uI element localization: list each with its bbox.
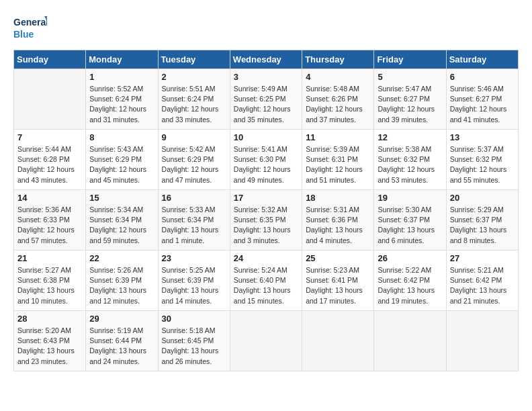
day-number: 21 xyxy=(17,253,82,263)
calendar-day-cell: 9Sunrise: 5:42 AM Sunset: 6:29 PM Daylig… xyxy=(158,130,230,190)
day-number: 19 xyxy=(378,193,442,203)
day-number: 29 xyxy=(89,314,154,324)
calendar-day-cell: 4Sunrise: 5:48 AM Sunset: 6:26 PM Daylig… xyxy=(302,69,374,130)
calendar-week-row: 28Sunrise: 5:20 AM Sunset: 6:43 PM Dayli… xyxy=(14,311,519,371)
day-number: 8 xyxy=(89,132,154,142)
day-info: Sunrise: 5:38 AM Sunset: 6:32 PM Dayligh… xyxy=(378,144,442,185)
day-info: Sunrise: 5:42 AM Sunset: 6:29 PM Dayligh… xyxy=(162,144,226,185)
day-info: Sunrise: 5:47 AM Sunset: 6:27 PM Dayligh… xyxy=(378,84,442,125)
calendar-day-cell: 28Sunrise: 5:20 AM Sunset: 6:43 PM Dayli… xyxy=(14,311,86,371)
day-number: 9 xyxy=(162,132,226,142)
day-info: Sunrise: 5:19 AM Sunset: 6:44 PM Dayligh… xyxy=(89,326,154,367)
calendar-day-cell: 17Sunrise: 5:32 AM Sunset: 6:35 PM Dayli… xyxy=(230,190,302,250)
calendar-day-cell: 25Sunrise: 5:23 AM Sunset: 6:41 PM Dayli… xyxy=(302,250,374,311)
calendar-week-row: 21Sunrise: 5:27 AM Sunset: 6:38 PM Dayli… xyxy=(14,250,519,311)
calendar-week-row: 7Sunrise: 5:44 AM Sunset: 6:28 PM Daylig… xyxy=(14,130,519,190)
day-number: 1 xyxy=(89,72,154,82)
weekday-header-cell: Wednesday xyxy=(230,50,302,69)
weekday-header-cell: Monday xyxy=(86,50,158,69)
day-number: 15 xyxy=(89,193,154,203)
calendar-day-cell: 12Sunrise: 5:38 AM Sunset: 6:32 PM Dayli… xyxy=(374,130,446,190)
calendar-day-cell: 18Sunrise: 5:31 AM Sunset: 6:36 PM Dayli… xyxy=(302,190,374,250)
calendar-day-cell: 2Sunrise: 5:51 AM Sunset: 6:24 PM Daylig… xyxy=(158,69,230,130)
calendar-body: 1Sunrise: 5:52 AM Sunset: 6:24 PM Daylig… xyxy=(14,69,519,371)
day-number: 24 xyxy=(234,253,298,263)
logo-svg: General Blue xyxy=(13,13,47,43)
day-number: 17 xyxy=(234,193,298,203)
day-number: 5 xyxy=(378,72,442,82)
day-number: 2 xyxy=(162,72,226,82)
calendar-day-cell: 19Sunrise: 5:30 AM Sunset: 6:37 PM Dayli… xyxy=(374,190,446,250)
day-info: Sunrise: 5:24 AM Sunset: 6:40 PM Dayligh… xyxy=(234,265,298,306)
weekday-header-row: SundayMondayTuesdayWednesdayThursdayFrid… xyxy=(14,50,519,69)
day-info: Sunrise: 5:18 AM Sunset: 6:45 PM Dayligh… xyxy=(162,326,226,367)
weekday-header-cell: Tuesday xyxy=(158,50,230,69)
svg-text:General: General xyxy=(13,17,47,28)
day-info: Sunrise: 5:37 AM Sunset: 6:32 PM Dayligh… xyxy=(450,144,515,185)
calendar-day-cell: 27Sunrise: 5:21 AM Sunset: 6:42 PM Dayli… xyxy=(446,250,518,311)
calendar-day-cell: 24Sunrise: 5:24 AM Sunset: 6:40 PM Dayli… xyxy=(230,250,302,311)
day-number: 11 xyxy=(306,132,370,142)
calendar-day-cell: 22Sunrise: 5:26 AM Sunset: 6:39 PM Dayli… xyxy=(86,250,158,311)
weekday-header-cell: Saturday xyxy=(446,50,518,69)
day-info: Sunrise: 5:48 AM Sunset: 6:26 PM Dayligh… xyxy=(306,84,370,125)
day-number: 27 xyxy=(450,253,515,263)
day-number: 3 xyxy=(234,72,298,82)
day-number: 12 xyxy=(378,132,442,142)
day-info: Sunrise: 5:33 AM Sunset: 6:34 PM Dayligh… xyxy=(162,205,226,246)
day-number: 16 xyxy=(162,193,226,203)
calendar-day-cell: 1Sunrise: 5:52 AM Sunset: 6:24 PM Daylig… xyxy=(86,69,158,130)
day-info: Sunrise: 5:51 AM Sunset: 6:24 PM Dayligh… xyxy=(162,84,226,125)
calendar-day-cell: 13Sunrise: 5:37 AM Sunset: 6:32 PM Dayli… xyxy=(446,130,518,190)
day-info: Sunrise: 5:46 AM Sunset: 6:27 PM Dayligh… xyxy=(450,84,515,125)
day-info: Sunrise: 5:23 AM Sunset: 6:41 PM Dayligh… xyxy=(306,265,370,306)
day-info: Sunrise: 5:43 AM Sunset: 6:29 PM Dayligh… xyxy=(89,144,154,185)
day-info: Sunrise: 5:52 AM Sunset: 6:24 PM Dayligh… xyxy=(89,84,154,125)
calendar-day-cell: 29Sunrise: 5:19 AM Sunset: 6:44 PM Dayli… xyxy=(86,311,158,371)
day-number: 18 xyxy=(306,193,370,203)
day-info: Sunrise: 5:31 AM Sunset: 6:36 PM Dayligh… xyxy=(306,205,370,246)
calendar-day-cell: 21Sunrise: 5:27 AM Sunset: 6:38 PM Dayli… xyxy=(14,250,86,311)
day-number: 4 xyxy=(306,72,370,82)
calendar-day-cell: 14Sunrise: 5:36 AM Sunset: 6:33 PM Dayli… xyxy=(14,190,86,250)
day-number: 26 xyxy=(378,253,442,263)
calendar-day-cell xyxy=(230,311,302,371)
day-number: 22 xyxy=(89,253,154,263)
calendar-table: SundayMondayTuesdayWednesdayThursdayFrid… xyxy=(13,50,519,371)
day-info: Sunrise: 5:21 AM Sunset: 6:42 PM Dayligh… xyxy=(450,265,515,306)
calendar-day-cell xyxy=(446,311,518,371)
weekday-header-cell: Thursday xyxy=(302,50,374,69)
calendar-day-cell: 15Sunrise: 5:34 AM Sunset: 6:34 PM Dayli… xyxy=(86,190,158,250)
calendar-day-cell: 11Sunrise: 5:39 AM Sunset: 6:31 PM Dayli… xyxy=(302,130,374,190)
day-info: Sunrise: 5:26 AM Sunset: 6:39 PM Dayligh… xyxy=(89,265,154,306)
day-info: Sunrise: 5:20 AM Sunset: 6:43 PM Dayligh… xyxy=(17,326,82,367)
day-number: 30 xyxy=(162,314,226,324)
calendar-day-cell: 20Sunrise: 5:29 AM Sunset: 6:37 PM Dayli… xyxy=(446,190,518,250)
day-info: Sunrise: 5:44 AM Sunset: 6:28 PM Dayligh… xyxy=(17,144,82,185)
page-header: General Blue xyxy=(13,13,519,43)
calendar-day-cell: 5Sunrise: 5:47 AM Sunset: 6:27 PM Daylig… xyxy=(374,69,446,130)
calendar-day-cell: 23Sunrise: 5:25 AM Sunset: 6:39 PM Dayli… xyxy=(158,250,230,311)
logo: General Blue xyxy=(13,13,47,43)
day-info: Sunrise: 5:30 AM Sunset: 6:37 PM Dayligh… xyxy=(378,205,442,246)
day-info: Sunrise: 5:29 AM Sunset: 6:37 PM Dayligh… xyxy=(450,205,515,246)
weekday-header-cell: Friday xyxy=(374,50,446,69)
day-info: Sunrise: 5:49 AM Sunset: 6:25 PM Dayligh… xyxy=(234,84,298,125)
calendar-day-cell: 16Sunrise: 5:33 AM Sunset: 6:34 PM Dayli… xyxy=(158,190,230,250)
calendar-day-cell: 6Sunrise: 5:46 AM Sunset: 6:27 PM Daylig… xyxy=(446,69,518,130)
day-number: 7 xyxy=(17,132,82,142)
calendar-week-row: 1Sunrise: 5:52 AM Sunset: 6:24 PM Daylig… xyxy=(14,69,519,130)
day-info: Sunrise: 5:36 AM Sunset: 6:33 PM Dayligh… xyxy=(17,205,82,246)
calendar-week-row: 14Sunrise: 5:36 AM Sunset: 6:33 PM Dayli… xyxy=(14,190,519,250)
day-info: Sunrise: 5:34 AM Sunset: 6:34 PM Dayligh… xyxy=(89,205,154,246)
calendar-day-cell: 7Sunrise: 5:44 AM Sunset: 6:28 PM Daylig… xyxy=(14,130,86,190)
day-number: 13 xyxy=(450,132,515,142)
day-info: Sunrise: 5:25 AM Sunset: 6:39 PM Dayligh… xyxy=(162,265,226,306)
weekday-header-cell: Sunday xyxy=(14,50,86,69)
calendar-day-cell xyxy=(302,311,374,371)
day-number: 6 xyxy=(450,72,515,82)
day-info: Sunrise: 5:41 AM Sunset: 6:30 PM Dayligh… xyxy=(234,144,298,185)
calendar-day-cell: 26Sunrise: 5:22 AM Sunset: 6:42 PM Dayli… xyxy=(374,250,446,311)
day-number: 25 xyxy=(306,253,370,263)
day-info: Sunrise: 5:39 AM Sunset: 6:31 PM Dayligh… xyxy=(306,144,370,185)
